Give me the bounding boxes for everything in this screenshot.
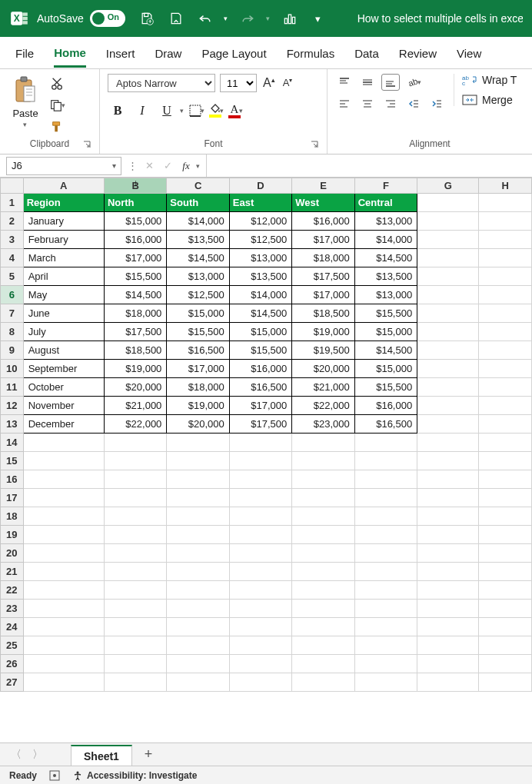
cell[interactable]: East	[229, 194, 291, 212]
row-header[interactable]: 3	[1, 231, 24, 249]
cell[interactable]: $20,000	[167, 415, 229, 434]
cell[interactable]	[417, 544, 479, 563]
row-header[interactable]: 17	[1, 489, 24, 507]
cell[interactable]	[104, 581, 166, 600]
cell[interactable]	[23, 636, 104, 655]
cell[interactable]	[292, 452, 354, 470]
cell[interactable]	[417, 434, 479, 452]
cell[interactable]	[229, 434, 291, 452]
cell[interactable]	[167, 544, 229, 563]
cell[interactable]	[479, 452, 532, 470]
cell[interactable]: $17,000	[292, 286, 354, 304]
row-header[interactable]: 5	[1, 267, 24, 286]
cell[interactable]	[23, 526, 104, 544]
cell[interactable]	[23, 618, 104, 636]
cell[interactable]	[479, 304, 532, 323]
cell[interactable]	[479, 323, 532, 341]
cell[interactable]	[167, 581, 229, 600]
cell[interactable]: North	[104, 194, 166, 212]
macro-record-icon[interactable]	[49, 770, 60, 781]
cell[interactable]: $20,000	[104, 378, 166, 397]
cell[interactable]	[417, 415, 479, 434]
cell[interactable]	[104, 655, 166, 673]
autosave-toggle[interactable]: AutoSave On	[37, 10, 125, 27]
cell[interactable]	[417, 655, 479, 673]
cell[interactable]: $18,000	[292, 249, 354, 267]
fill-color-button[interactable]: ▾	[209, 104, 224, 118]
cell[interactable]	[479, 600, 532, 618]
cell[interactable]	[292, 470, 354, 489]
cell[interactable]	[354, 526, 417, 544]
cell[interactable]: $14,500	[167, 249, 229, 267]
column-header-A[interactable]: A	[23, 178, 104, 194]
cell[interactable]: $21,000	[104, 397, 166, 415]
cell[interactable]: $22,000	[292, 397, 354, 415]
row-header[interactable]: 14	[1, 434, 24, 452]
cell[interactable]: $23,000	[292, 415, 354, 434]
row-header[interactable]: 10	[1, 360, 24, 378]
cell[interactable]	[229, 507, 291, 526]
cell[interactable]: $18,500	[104, 341, 166, 360]
cell[interactable]	[167, 618, 229, 636]
tab-review[interactable]: Review	[399, 47, 437, 66]
cell[interactable]	[479, 231, 532, 249]
cell[interactable]	[229, 655, 291, 673]
cell[interactable]	[417, 507, 479, 526]
underline-dropdown-icon[interactable]: ▾	[180, 107, 184, 115]
font-color-dropdown-icon[interactable]: ▾	[239, 107, 243, 115]
cell[interactable]: April	[23, 267, 104, 286]
row-header[interactable]: 19	[1, 526, 24, 544]
cell[interactable]: $15,000	[354, 323, 417, 341]
chart-quick-icon[interactable]	[281, 9, 299, 28]
row-header[interactable]: 13	[1, 415, 24, 434]
cell[interactable]	[354, 673, 417, 692]
row-header[interactable]: 6	[1, 286, 24, 304]
cell[interactable]	[229, 526, 291, 544]
cell[interactable]	[417, 323, 479, 341]
cell[interactable]	[167, 507, 229, 526]
accessibility-status[interactable]: Accessibility: Investigate	[72, 770, 197, 781]
cell[interactable]	[229, 581, 291, 600]
cell[interactable]: West	[292, 194, 354, 212]
cell[interactable]	[417, 360, 479, 378]
italic-button[interactable]: I	[132, 101, 152, 120]
cell[interactable]	[417, 249, 479, 267]
cell[interactable]	[229, 489, 291, 507]
cell[interactable]: $18,000	[167, 378, 229, 397]
cell[interactable]	[104, 544, 166, 563]
cell[interactable]	[479, 378, 532, 397]
cell[interactable]: $21,000	[292, 378, 354, 397]
cell[interactable]	[23, 673, 104, 692]
cell[interactable]	[354, 655, 417, 673]
align-center-button[interactable]	[358, 95, 377, 112]
cell[interactable]	[229, 470, 291, 489]
cell[interactable]	[104, 600, 166, 618]
cell[interactable]: January	[23, 212, 104, 231]
cell[interactable]: $12,500	[229, 231, 291, 249]
font-name-select[interactable]: Aptos Narrow	[108, 74, 215, 92]
copy-button[interactable]: ▾	[48, 97, 66, 114]
cell[interactable]: $17,500	[292, 267, 354, 286]
row-header[interactable]: 27	[1, 673, 24, 692]
cell[interactable]	[292, 544, 354, 563]
cell[interactable]: $17,000	[167, 360, 229, 378]
cell[interactable]	[167, 673, 229, 692]
cell[interactable]: $12,000	[229, 212, 291, 231]
borders-dropdown-icon[interactable]: ▾	[201, 107, 204, 115]
cell[interactable]	[417, 378, 479, 397]
cell[interactable]	[479, 267, 532, 286]
cell[interactable]: $15,000	[167, 304, 229, 323]
tab-insert[interactable]: Insert	[106, 47, 135, 66]
cell[interactable]	[104, 526, 166, 544]
cell[interactable]: $13,500	[167, 231, 229, 249]
cell[interactable]	[229, 452, 291, 470]
row-header[interactable]: 7	[1, 304, 24, 323]
orientation-dropdown-icon[interactable]: ▾	[417, 78, 421, 86]
cut-button[interactable]	[48, 75, 66, 92]
cell[interactable]: $15,500	[354, 378, 417, 397]
cell[interactable]	[417, 194, 479, 212]
cell[interactable]	[417, 286, 479, 304]
cell[interactable]	[23, 452, 104, 470]
cell[interactable]: $13,000	[229, 249, 291, 267]
cell[interactable]	[292, 563, 354, 581]
